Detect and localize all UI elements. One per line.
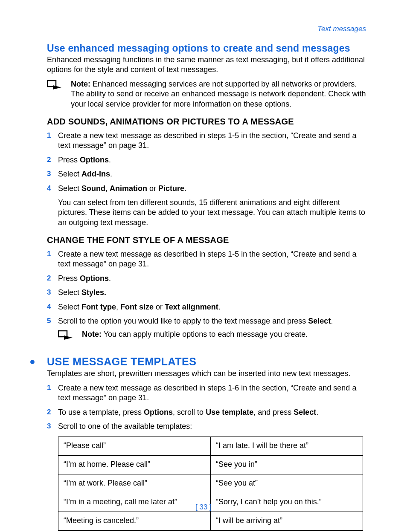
step-text: Scroll to the option you would like to a… bbox=[58, 316, 369, 326]
table-cell: “I’m at home. Please call” bbox=[58, 456, 211, 474]
step-number: 2 bbox=[47, 155, 58, 165]
note-text-1: Note: Enhanced messaging services are no… bbox=[71, 79, 369, 109]
note-label: Note: bbox=[82, 330, 102, 338]
table-cell: “See you at” bbox=[211, 474, 363, 493]
note-icon bbox=[47, 79, 71, 109]
note-label: Note: bbox=[71, 80, 90, 88]
list-item: 4 Select Sound, Animation or Picture. bbox=[47, 184, 369, 194]
list-item: 4 Select Font type, Font size or Text al… bbox=[47, 302, 369, 312]
table-cell: “See you in” bbox=[211, 456, 363, 474]
list-item: 1 Create a new text message as described… bbox=[47, 131, 369, 151]
steps-list-1: 1 Create a new text message as described… bbox=[47, 131, 369, 194]
list-item: 3 Scroll to one of the available templat… bbox=[47, 422, 369, 431]
step-number: 1 bbox=[47, 249, 58, 269]
list-item: 2 To use a template, press Options, scro… bbox=[47, 408, 369, 417]
step-number: 4 bbox=[47, 184, 58, 194]
step-text: Scroll to one of the available templates… bbox=[58, 422, 369, 431]
note-icon bbox=[58, 330, 82, 340]
table-cell: “Please call” bbox=[58, 437, 211, 456]
table-cell: “Meeting is canceled.” bbox=[58, 512, 211, 531]
step-number: 3 bbox=[47, 422, 58, 431]
svg-marker-1 bbox=[53, 85, 61, 90]
bullet-icon: • bbox=[30, 354, 47, 369]
step-text: To use a template, press Options, scroll… bbox=[58, 408, 369, 417]
list-item: 3 Select Styles. bbox=[47, 288, 369, 298]
list-item: 3 Select Add-ins. bbox=[47, 169, 369, 179]
list-item: 5 Scroll to the option you would like to… bbox=[47, 316, 369, 326]
step-number: 2 bbox=[47, 274, 58, 283]
subheading-add-sounds: ADD SOUNDS, ANIMATIONS OR PICTURES TO A … bbox=[47, 117, 369, 127]
note-block-1: Note: Enhanced messaging services are no… bbox=[47, 79, 369, 109]
list-item: 1 Create a new text message as described… bbox=[47, 383, 369, 403]
table-row: “I’m at work. Please call”“See you at” bbox=[58, 474, 363, 493]
svg-marker-3 bbox=[64, 335, 73, 340]
list-item: 1 Create a new text message as described… bbox=[47, 249, 369, 269]
subheading-change-font: CHANGE THE FONT STYLE OF A MESSAGE bbox=[47, 235, 369, 245]
templates-table: “Please call”“I am late. I will be there… bbox=[58, 437, 363, 531]
steps-list-3: 1 Create a new text message as described… bbox=[47, 383, 369, 432]
table-cell: “I’m at work. Please call” bbox=[58, 474, 211, 493]
step-text: Create a new text message as described i… bbox=[58, 131, 369, 151]
step-number: 1 bbox=[47, 131, 58, 151]
section-heading-templates-row: • USE MESSAGE TEMPLATES bbox=[30, 354, 369, 369]
svg-rect-2 bbox=[58, 331, 67, 337]
table-cell: “I am late. I will be there at” bbox=[211, 437, 363, 456]
step-text: Press Options. bbox=[58, 155, 369, 165]
step-text: Create a new text message as described i… bbox=[58, 249, 369, 269]
step-number: 1 bbox=[47, 383, 58, 403]
step-number: 3 bbox=[47, 288, 58, 298]
step-text: Select Add-ins. bbox=[58, 169, 369, 179]
section-heading-templates: USE MESSAGE TEMPLATES bbox=[47, 356, 196, 368]
table-row: “I’m at home. Please call”“See you in” bbox=[58, 456, 363, 474]
step-text: Select Font type, Font size or Text alig… bbox=[58, 302, 369, 312]
step-text: Select Styles. bbox=[58, 288, 369, 298]
step-text: Press Options. bbox=[58, 274, 369, 283]
step-number: 4 bbox=[47, 302, 58, 312]
breadcrumb: Text messages bbox=[47, 25, 369, 33]
steps-list-2: 1 Create a new text message as described… bbox=[47, 249, 369, 326]
step-number: 5 bbox=[47, 316, 58, 326]
note-block-2: Note: You can apply multiple options to … bbox=[58, 330, 369, 340]
list-item: 2 Press Options. bbox=[47, 155, 369, 165]
page-number: [ 33 ] bbox=[0, 503, 407, 512]
section-heading-enhanced: Use enhanced messaging options to create… bbox=[47, 43, 369, 54]
note-text-2: Note: You can apply multiple options to … bbox=[82, 330, 369, 340]
step-text: Create a new text message as described i… bbox=[58, 383, 369, 403]
list-item: 2 Press Options. bbox=[47, 274, 369, 283]
note-body: Enhanced messaging services are not supp… bbox=[71, 80, 366, 108]
step-number: 3 bbox=[47, 169, 58, 179]
note-body: You can apply multiple options to each m… bbox=[102, 330, 308, 338]
step-text: Select Sound, Animation or Picture. bbox=[58, 184, 369, 194]
table-row: “Please call”“I am late. I will be there… bbox=[58, 437, 363, 456]
intro-paragraph-1: Enhanced messaging functions in the same… bbox=[47, 55, 369, 75]
step-extra-1: You can select from ten different sounds… bbox=[58, 198, 369, 228]
intro-paragraph-2: Templates are short, prewritten messages… bbox=[47, 369, 369, 379]
table-row: “Meeting is canceled.”“I will be arrivin… bbox=[58, 512, 363, 531]
svg-rect-0 bbox=[47, 81, 56, 87]
step-number: 2 bbox=[47, 408, 58, 417]
table-cell: “I will be arriving at” bbox=[211, 512, 363, 531]
